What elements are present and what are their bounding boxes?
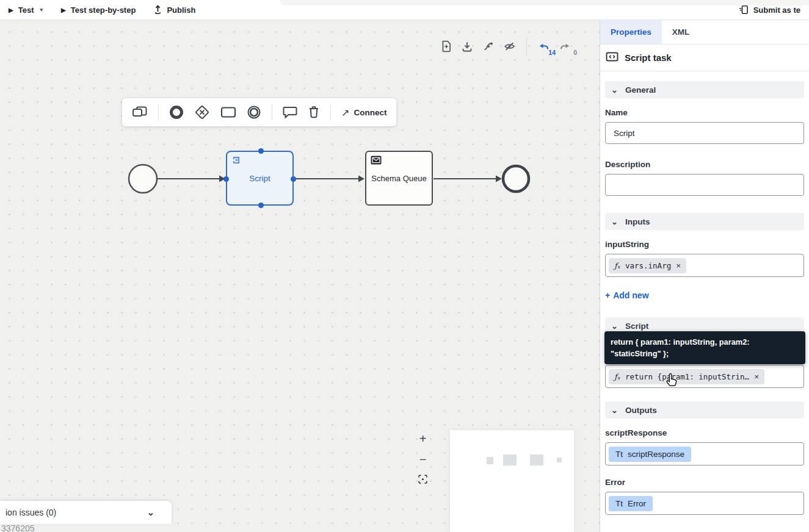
connection-handle[interactable] [258, 148, 264, 154]
text-type-icon: Tt [615, 499, 623, 508]
chevron-down-icon: ⌄ [611, 217, 618, 226]
text-type-icon: Tt [615, 450, 623, 459]
chip-close-icon[interactable]: × [754, 372, 759, 381]
connect-button[interactable]: ↗ Connect [341, 107, 386, 118]
topbar: ▶ Test ▾ ▶ Test step-by-step Publish Sub… [0, 0, 809, 20]
connection-handle[interactable] [291, 176, 296, 182]
minimap[interactable] [450, 430, 574, 532]
section-inputs-label: Inputs [625, 217, 650, 226]
caret-down-icon[interactable]: ▾ [40, 7, 43, 13]
submit-label: Submit as te [753, 5, 800, 15]
add-new-label: Add new [613, 290, 648, 300]
test-step-by-step-button[interactable]: ▶ Test step-by-step [61, 5, 136, 15]
app-root: ▶ Test ▾ ▶ Test step-by-step Publish Sub… [0, 0, 809, 532]
input-string-chip-text: vars.inArg [625, 261, 671, 270]
panel-content: ⌄ General Name Description ⌄ Inputs inpu… [600, 71, 809, 515]
tab-xml[interactable]: XML [662, 20, 700, 44]
chevron-down-icon: ⌄ [611, 322, 618, 331]
chip-close-icon[interactable]: × [676, 261, 681, 270]
input-string-chip[interactable]: ƒₓ vars.inArg × [609, 258, 686, 273]
script-response-chip-text: scriptResponse [628, 450, 684, 459]
section-outputs[interactable]: ⌄ Outputs [605, 401, 804, 419]
name-label: Name [605, 108, 804, 117]
submit-as-template-button[interactable]: Submit as te [739, 5, 800, 15]
minimap-node [557, 458, 562, 462]
error-chip-text: Error [628, 499, 646, 508]
submit-document-icon [739, 5, 749, 15]
end-event-icon[interactable] [247, 105, 261, 120]
script-task-type-icon [606, 52, 619, 64]
publish-label: Publish [167, 5, 195, 15]
description-input[interactable] [605, 174, 804, 196]
script-scroll-icon [231, 156, 241, 165]
script-task-node[interactable]: Script [226, 151, 294, 206]
description-label: Description [605, 160, 804, 169]
build-number: 3376205 [1, 523, 35, 532]
gateway-icon[interactable] [194, 104, 210, 120]
minimap-node [530, 455, 543, 466]
task-icon[interactable] [220, 106, 236, 118]
publish-button[interactable]: Publish [154, 5, 195, 15]
delete-trash-icon[interactable] [308, 106, 320, 119]
script-expression-chip[interactable]: ƒₓ return {param1: inputStrin… × [609, 369, 764, 384]
panel-title-row: Script task [600, 45, 809, 71]
fx-expression-icon: ƒₓ [614, 261, 620, 270]
shape-palette-toolbar: ↗ Connect [122, 98, 396, 126]
test-run-button[interactable]: ▶ Test ▾ [9, 5, 43, 15]
schema-queue-task-node[interactable]: Schema Queue [365, 151, 433, 206]
toolbar-separator [158, 104, 159, 120]
section-outputs-label: Outputs [625, 406, 657, 415]
connect-label: Connect [354, 108, 386, 117]
fx-expression-icon: ƒₓ [614, 372, 620, 381]
script-task-label: Script [249, 174, 270, 183]
panel-tabs: Properties XML [600, 20, 809, 45]
topbar-right-group: Submit as te [739, 5, 800, 15]
fit-view-button[interactable] [418, 474, 428, 486]
arrowhead [496, 176, 502, 182]
arrowhead [358, 176, 365, 182]
test-step-label: Test step-by-step [71, 5, 136, 15]
start-event-node[interactable] [129, 165, 157, 193]
diagram-canvas[interactable]: 14 0 [0, 20, 600, 532]
play-icon: ▶ [61, 7, 66, 13]
minimap-node [503, 455, 517, 466]
section-general-label: General [625, 85, 656, 95]
error-chip[interactable]: Tt Error [609, 496, 653, 511]
zoom-controls: + − [418, 433, 428, 486]
toolbar-separator [330, 104, 331, 120]
connection-handle[interactable] [258, 203, 264, 208]
zoom-out-button[interactable]: − [419, 453, 427, 466]
section-script-label: Script [625, 322, 648, 331]
error-field[interactable]: Tt Error [605, 492, 804, 515]
arrow-northeast-icon: ↗ [341, 107, 349, 118]
overlay-tab-artifact [280, 0, 809, 5]
publish-launch-icon [154, 5, 162, 15]
add-new-button[interactable]: + Add new [605, 290, 649, 300]
script-response-chip[interactable]: Tt scriptResponse [609, 447, 691, 462]
schema-queue-task-label: Schema Queue [371, 174, 426, 183]
script-tooltip: return { param1: inputString, param2: "s… [604, 331, 805, 364]
start-event-icon[interactable] [169, 105, 184, 120]
chevron-down-icon[interactable]: ⌄ [147, 507, 154, 518]
script-expression-field[interactable]: ƒₓ return {param1: inputStrin… × [605, 365, 804, 388]
zoom-in-button[interactable]: + [419, 433, 427, 445]
name-input[interactable] [605, 122, 804, 144]
input-string-label: inputString [605, 240, 804, 249]
script-response-label: scriptResponse [605, 428, 804, 437]
tooltip-line-2: "staticString" }; [611, 348, 799, 359]
error-label: Error [605, 478, 804, 487]
end-event-node[interactable] [503, 166, 529, 192]
script-response-field[interactable]: Tt scriptResponse [605, 442, 804, 466]
section-inputs[interactable]: ⌄ Inputs [605, 213, 804, 230]
annotation-icon[interactable] [283, 106, 297, 119]
test-run-label: Test [18, 5, 34, 15]
input-string-field[interactable]: ƒₓ vars.inArg × [605, 254, 804, 277]
connection-handle[interactable] [223, 176, 229, 182]
tooltip-line-1: return { param1: inputString, param2: [611, 336, 799, 348]
script-chip-text: return {param1: inputStrin… [625, 372, 749, 381]
minimap-node [487, 457, 493, 464]
validation-issues-panel[interactable]: ion issues (0) ⌄ [0, 501, 172, 524]
section-general[interactable]: ⌄ General [605, 81, 804, 98]
group-shapes-icon[interactable] [132, 106, 148, 119]
tab-properties[interactable]: Properties [600, 20, 662, 44]
